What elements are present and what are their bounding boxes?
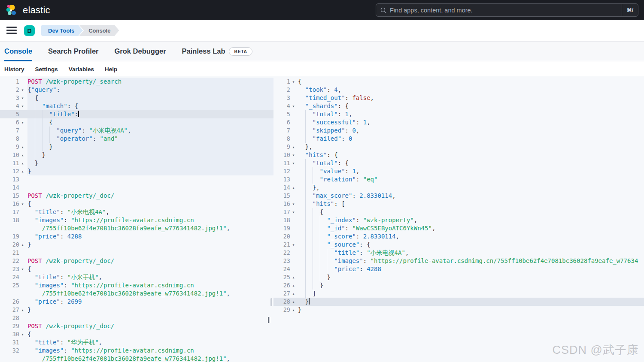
elastic-logo-icon[interactable]	[6, 4, 18, 17]
code-line[interactable]: 23▾{	[0, 265, 273, 273]
code-line[interactable]: 8 "failed": 0	[273, 135, 644, 143]
fold-expand-icon[interactable]: ▴	[19, 167, 26, 175]
code-line[interactable]: 14	[0, 184, 273, 192]
code-line[interactable]: 10▾ "hits": {	[273, 151, 644, 159]
fold-expand-icon[interactable]: ▴	[290, 298, 297, 306]
code-line[interactable]: 27▴}	[0, 306, 273, 314]
code-line[interactable]: 7 "skipped": 0,	[273, 127, 644, 135]
menu-hamburger-icon[interactable]	[6, 27, 17, 34]
code-line[interactable]: 18 "images": "https://profile-avatar.csd…	[0, 216, 273, 224]
fold-collapse-icon[interactable]: ▾	[290, 151, 297, 159]
code-line[interactable]: 25 "images": "https://profile-avatar.csd…	[0, 281, 273, 290]
console-menu-settings[interactable]: Settings	[35, 66, 58, 72]
request-editor-panel[interactable]: 1POST /wzk-property/_search2▾{"query":3▾…	[0, 76, 273, 362]
code-line[interactable]: 21▾ "_source": {	[273, 241, 644, 249]
code-line[interactable]: 4▾ "_shards": {	[273, 102, 644, 110]
code-line[interactable]: 6 "successful": 1,	[273, 118, 644, 127]
code-line[interactable]: 19 "_id": "WawCS5EByoATC6YkWn45",	[273, 224, 644, 232]
code-line[interactable]: 25▴ }	[273, 273, 644, 281]
fold-collapse-icon[interactable]: ▾	[19, 102, 26, 110]
code-line[interactable]: /755ff10be62f4e7081bc36028fa9eafe_w77634…	[0, 290, 273, 298]
fold-collapse-icon[interactable]: ▾	[19, 265, 26, 273]
code-line[interactable]: 24 "title": "小米手机",	[0, 273, 273, 281]
code-line[interactable]: 11▾ "total": {	[273, 159, 644, 167]
code-line[interactable]: 29▴}	[273, 306, 644, 314]
left-panel-scrollbar[interactable]	[270, 298, 272, 306]
fold-collapse-icon[interactable]: ▾	[290, 208, 297, 216]
code-line[interactable]: 5 "total": 1,	[273, 110, 644, 118]
tab-grok-debugger[interactable]: Grok Debugger	[114, 42, 166, 61]
code-line[interactable]: 12 "value": 1,	[273, 167, 644, 175]
code-line[interactable]: 27▴ ]	[273, 290, 644, 298]
code-line[interactable]: 24 "price": 4288	[273, 265, 644, 273]
fold-expand-icon[interactable]: ▴	[290, 306, 297, 314]
code-line[interactable]: 31 "title": "华为手机",	[0, 338, 273, 347]
fold-collapse-icon[interactable]: ▾	[290, 102, 297, 110]
tab-painless-lab[interactable]: Painless LabBETA	[182, 42, 252, 61]
code-line[interactable]: 16▾{	[0, 200, 273, 208]
panel-splitter-handle[interactable]	[268, 317, 272, 323]
code-line[interactable]: 4▾ "match": {	[0, 102, 273, 110]
code-line[interactable]: 12▴}	[0, 167, 273, 175]
code-line[interactable]: 28	[0, 314, 273, 322]
code-line[interactable]: 26▴ }	[273, 281, 644, 290]
fold-expand-icon[interactable]: ▴	[290, 143, 297, 151]
console-menu-history[interactable]: History	[4, 66, 24, 72]
fold-expand-icon[interactable]: ▴	[19, 241, 26, 249]
code-line[interactable]: 20 "_score": 2.8330114,	[273, 232, 644, 241]
code-line[interactable]: 1POST /wzk-property/_search	[0, 78, 273, 86]
code-line[interactable]: 9▴ },	[273, 143, 644, 151]
fold-collapse-icon[interactable]: ▾	[19, 94, 26, 102]
fold-collapse-icon[interactable]: ▾	[290, 241, 297, 249]
fold-collapse-icon[interactable]: ▾	[19, 118, 26, 127]
console-menu-variables[interactable]: Variables	[69, 66, 94, 72]
fold-expand-icon[interactable]: ▴	[19, 143, 26, 151]
code-line[interactable]: 5 "title":	[0, 110, 273, 118]
code-line[interactable]: 32 "images": "https://profile-avatar.csd…	[0, 347, 273, 355]
code-line[interactable]: 14▴ },	[273, 184, 644, 192]
fold-expand-icon[interactable]: ▴	[19, 159, 26, 167]
code-line[interactable]: 29POST /wzk-property/_doc/	[0, 322, 273, 330]
fold-collapse-icon[interactable]: ▾	[19, 200, 26, 208]
code-line[interactable]: 17 "title": "小米电视4A",	[0, 208, 273, 216]
code-line[interactable]: /755ff10be62f4e7081bc36028fa9eafe_w77634…	[0, 355, 273, 362]
code-line[interactable]: 13 "relation": "eq"	[273, 175, 644, 184]
code-line[interactable]: 13	[0, 175, 273, 184]
code-line[interactable]: 1▾{	[273, 78, 644, 86]
code-line[interactable]: 30▾{	[0, 330, 273, 338]
code-line[interactable]: 21	[0, 249, 273, 257]
code-line[interactable]: 9▴ }	[0, 143, 273, 151]
fold-expand-icon[interactable]: ▴	[19, 306, 26, 314]
code-line[interactable]: 3 "timed_out": false,	[273, 94, 644, 102]
breadcrumb-dev-tools[interactable]: Dev Tools	[41, 25, 83, 36]
code-line[interactable]: 3▾ {	[0, 94, 273, 102]
code-line[interactable]: 20▴}	[0, 241, 273, 249]
code-line[interactable]: 7 "query": "小米电视4A",	[0, 127, 273, 135]
code-line[interactable]: 16▾ "hits": [	[273, 200, 644, 208]
fold-expand-icon[interactable]: ▴	[19, 151, 26, 159]
console-menu-help[interactable]: Help	[105, 66, 117, 72]
code-line[interactable]: 11▴ }	[0, 159, 273, 167]
fold-collapse-icon[interactable]: ▾	[290, 159, 297, 167]
fold-expand-icon[interactable]: ▴	[290, 290, 297, 298]
fold-collapse-icon[interactable]: ▾	[19, 330, 26, 338]
devtools-app-badge[interactable]: D	[24, 25, 35, 36]
code-line[interactable]: 10▴ }	[0, 151, 273, 159]
code-line[interactable]: 19 "price": 4288	[0, 232, 273, 241]
code-line[interactable]: 18 "_index": "wzk-property",	[273, 216, 644, 224]
code-line[interactable]: 17▾ {	[273, 208, 644, 216]
code-line[interactable]: 15POST /wzk-property/_doc/	[0, 192, 273, 200]
response-output-panel[interactable]: 1▾{2 "took": 4,3 "timed_out": false,4▾ "…	[273, 76, 644, 362]
code-line[interactable]: 8 "operator": "and"	[0, 135, 273, 143]
fold-expand-icon[interactable]: ▴	[290, 184, 297, 192]
code-line[interactable]: 2▾{"query":	[0, 86, 273, 94]
code-line[interactable]: 2 "took": 4,	[273, 86, 644, 94]
fold-collapse-icon[interactable]: ▾	[290, 78, 297, 86]
fold-expand-icon[interactable]: ▴	[290, 281, 297, 290]
code-line[interactable]: /755ff10be62f4e7081bc36028fa9eafe_w77634…	[0, 224, 273, 232]
global-search-input[interactable]: Find apps, content, and more. ⌘/	[376, 3, 638, 17]
tab-console[interactable]: Console	[4, 42, 32, 61]
fold-collapse-icon[interactable]: ▾	[19, 86, 26, 94]
code-line[interactable]: 22POST /wzk-property/_doc/	[0, 257, 273, 265]
code-line[interactable]: 22 "title": "小米电视4A",	[273, 249, 644, 257]
